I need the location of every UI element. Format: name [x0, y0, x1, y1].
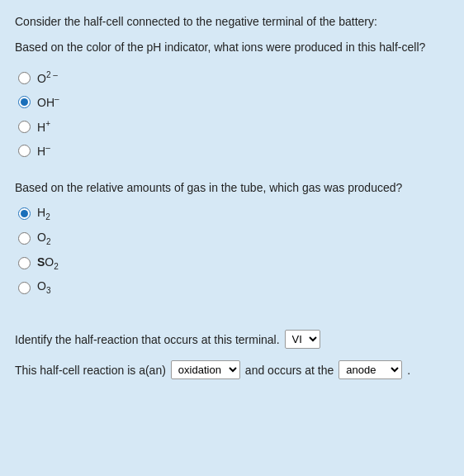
- radio-label-hplus: H+: [37, 118, 50, 136]
- header-line1: Consider the half-cell connected to the …: [15, 13, 449, 31]
- radio-label-hminus: H–: [37, 142, 50, 159]
- radio-hminus[interactable]: [18, 145, 31, 157]
- radio-o2minus[interactable]: [18, 72, 31, 84]
- radio-o2[interactable]: [18, 232, 31, 245]
- gas-question: Based on the relative amounts of gas in …: [15, 179, 449, 197]
- anode-select[interactable]: anode cathode: [339, 360, 402, 379]
- radio-label-o2: O2: [37, 230, 50, 248]
- radio-option-o2[interactable]: O2: [18, 230, 449, 248]
- divider2: [15, 310, 449, 323]
- divider1: [15, 166, 449, 179]
- radio-hplus[interactable]: [18, 121, 31, 133]
- radio-option-hplus[interactable]: H+: [18, 118, 449, 136]
- radio-h2[interactable]: [18, 207, 31, 220]
- period: .: [407, 364, 410, 377]
- this-reaction-label2: and occurs at the: [245, 364, 334, 377]
- radio-option-ohminus[interactable]: OH–: [18, 93, 449, 111]
- radio-label-o2minus: O2 –: [37, 69, 58, 87]
- identify-row: Identify the half-reaction that occurs a…: [15, 330, 449, 349]
- oxidation-select[interactable]: oxidation reduction: [171, 360, 240, 379]
- radio-o3[interactable]: [18, 282, 31, 294]
- radio-ohminus[interactable]: [18, 96, 31, 108]
- radio-option-h2[interactable]: H2: [18, 205, 449, 223]
- gas-radio-group: H2 O2 SO2 O3: [18, 205, 449, 297]
- radio-label-ohminus: OH–: [37, 93, 59, 111]
- gas-section: Based on the relative amounts of gas in …: [15, 179, 449, 297]
- identify-select[interactable]: I II III IV V VI: [285, 330, 320, 349]
- ions-radio-group: O2 – OH– H+ H–: [18, 69, 449, 159]
- radio-so2[interactable]: [18, 257, 31, 269]
- this-reaction-row: This half-cell reaction is a(an) oxidati…: [15, 360, 449, 379]
- radio-label-h2: H2: [37, 205, 50, 223]
- radio-option-o3[interactable]: O3: [18, 278, 449, 297]
- radio-option-so2[interactable]: SO2: [18, 255, 449, 273]
- radio-option-o2minus[interactable]: O2 –: [18, 69, 449, 87]
- identify-label: Identify the half-reaction that occurs a…: [15, 333, 280, 346]
- radio-label-o3: O3: [37, 278, 50, 297]
- header-section: Consider the half-cell connected to the …: [15, 13, 449, 56]
- header-line2: Based on the color of the pH indicator, …: [15, 39, 449, 56]
- this-reaction-label1: This half-cell reaction is a(an): [15, 364, 166, 377]
- radio-label-so2: SO2: [37, 255, 59, 273]
- radio-option-hminus[interactable]: H–: [18, 142, 449, 159]
